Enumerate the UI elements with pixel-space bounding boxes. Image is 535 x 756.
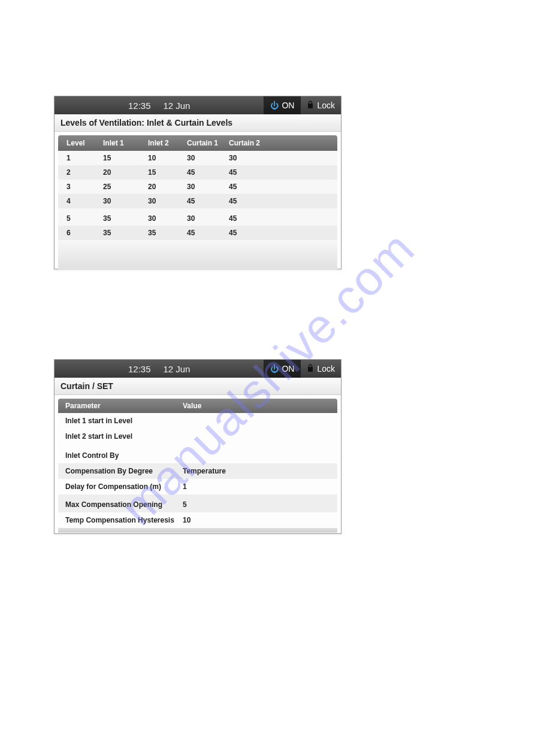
lock-button[interactable]: Lock — [300, 360, 341, 378]
col-header-inlet1: Inlet 1 — [103, 139, 148, 147]
cell-curtain2: 45 — [229, 183, 271, 191]
table-row[interactable]: 6 35 35 45 45 — [58, 226, 337, 240]
col-header-parameter: Parameter — [58, 402, 178, 410]
table-row[interactable]: 5 35 30 30 45 — [58, 208, 337, 226]
col-header-curtain2: Curtain 2 — [229, 139, 271, 147]
param-value: Temperature — [178, 467, 337, 475]
cell-inlet2: 30 — [148, 214, 187, 223]
panel-title: Levels of Ventilation: Inlet & Curtain L… — [55, 114, 341, 132]
param-label: Max Compensation Opening — [58, 500, 178, 509]
date-label: 12 Jun — [163, 101, 190, 111]
cell-curtain2: 30 — [229, 154, 271, 162]
lock-button[interactable]: Lock — [300, 96, 341, 114]
param-row[interactable]: Temp Compensation Hysteresis 10 — [58, 512, 337, 528]
param-row[interactable]: Inlet 1 start in Level — [58, 413, 337, 429]
param-header: Parameter Value — [58, 399, 337, 413]
cell-inlet1: 35 — [103, 214, 148, 223]
table-row[interactable]: 1 15 10 30 30 — [58, 151, 337, 165]
param-row[interactable]: Inlet 2 start in Level — [58, 429, 337, 444]
cell-curtain2: 45 — [229, 214, 271, 223]
table-row[interactable]: 4 30 30 45 45 — [58, 194, 337, 208]
on-button[interactable]: ⏻ ON — [264, 360, 300, 378]
col-header-inlet2: Inlet 2 — [148, 139, 187, 147]
time-label: 12:35 — [128, 364, 151, 374]
param-value — [178, 432, 337, 441]
curtain-set-panel: 12:35 12 Jun ⏻ ON Lock Curtain / SET Par… — [54, 359, 341, 534]
param-label: Delay for Compensation (m) — [58, 482, 178, 491]
top-bar: 12:35 12 Jun ⏻ ON Lock — [55, 360, 341, 378]
table-row[interactable]: 3 25 20 30 45 — [58, 180, 337, 194]
empty-area — [58, 240, 337, 270]
cell-curtain1: 45 — [187, 168, 229, 177]
power-icon: ⏻ — [270, 101, 279, 110]
power-icon: ⏻ — [270, 364, 279, 374]
lock-icon — [307, 101, 314, 110]
panel-title: Curtain / SET — [55, 378, 341, 395]
cell-level: 6 — [58, 229, 103, 237]
cell-curtain2: 45 — [229, 229, 271, 237]
col-header-curtain1: Curtain 1 — [187, 139, 229, 147]
param-body: Inlet 1 start in Level Inlet 2 start in … — [58, 413, 337, 528]
table-row[interactable]: 2 20 15 45 45 — [58, 165, 337, 180]
param-row[interactable]: Max Compensation Opening 5 — [58, 494, 337, 512]
cell-curtain1: 45 — [187, 197, 229, 205]
col-header-value: Value — [178, 402, 337, 410]
cell-level: 2 — [58, 168, 103, 177]
cell-curtain1: 30 — [187, 154, 229, 162]
time-label: 12:35 — [128, 101, 151, 111]
cell-inlet1: 30 — [103, 197, 148, 205]
param-value: 1 — [178, 482, 337, 491]
col-header-level: Level — [58, 139, 103, 147]
time-date: 12:35 12 Jun — [55, 364, 264, 374]
cell-inlet1: 25 — [103, 183, 148, 191]
param-row[interactable]: Inlet Control By — [58, 444, 337, 463]
param-label: Inlet Control By — [58, 451, 178, 460]
top-bar: 12:35 12 Jun ⏻ ON Lock — [55, 96, 341, 114]
ventilation-levels-panel: 12:35 12 Jun ⏻ ON Lock Levels of Ventila… — [54, 96, 341, 269]
cell-inlet1: 20 — [103, 168, 148, 177]
lock-label: Lock — [317, 101, 335, 110]
cell-inlet2: 20 — [148, 183, 187, 191]
cell-level: 1 — [58, 154, 103, 162]
on-label: ON — [282, 101, 294, 110]
cell-curtain2: 45 — [229, 168, 271, 177]
table-body: 1 15 10 30 30 2 20 15 45 45 3 25 20 30 4… — [58, 151, 337, 240]
param-label: Inlet 1 start in Level — [58, 417, 178, 425]
cell-curtain1: 45 — [187, 229, 229, 237]
table-header: Level Inlet 1 Inlet 2 Curtain 1 Curtain … — [58, 135, 337, 151]
param-row[interactable]: Delay for Compensation (m) 1 — [58, 479, 337, 494]
cell-level: 4 — [58, 197, 103, 205]
time-date: 12:35 12 Jun — [55, 101, 264, 111]
cell-inlet2: 30 — [148, 197, 187, 205]
cell-curtain2: 45 — [229, 197, 271, 205]
param-value — [178, 451, 337, 460]
cell-inlet2: 35 — [148, 229, 187, 237]
param-row[interactable]: Compensation By Degree Temperature — [58, 463, 337, 479]
cell-curtain1: 30 — [187, 214, 229, 223]
cell-curtain1: 30 — [187, 183, 229, 191]
date-label: 12 Jun — [163, 364, 190, 374]
cell-inlet2: 10 — [148, 154, 187, 162]
param-value: 10 — [178, 516, 337, 524]
param-label: Inlet 2 start in Level — [58, 432, 178, 441]
cell-inlet2: 15 — [148, 168, 187, 177]
on-label: ON — [282, 364, 294, 374]
cell-inlet1: 35 — [103, 229, 148, 237]
lock-icon — [307, 364, 314, 374]
lock-label: Lock — [317, 364, 335, 374]
param-label: Compensation By Degree — [58, 467, 178, 475]
cell-level: 5 — [58, 214, 103, 223]
param-value: 5 — [178, 500, 337, 509]
cell-inlet1: 15 — [103, 154, 148, 162]
bottom-fade — [58, 528, 337, 533]
param-value — [178, 417, 337, 425]
param-label: Temp Compensation Hysteresis — [58, 516, 178, 524]
cell-level: 3 — [58, 183, 103, 191]
on-button[interactable]: ⏻ ON — [264, 96, 300, 114]
